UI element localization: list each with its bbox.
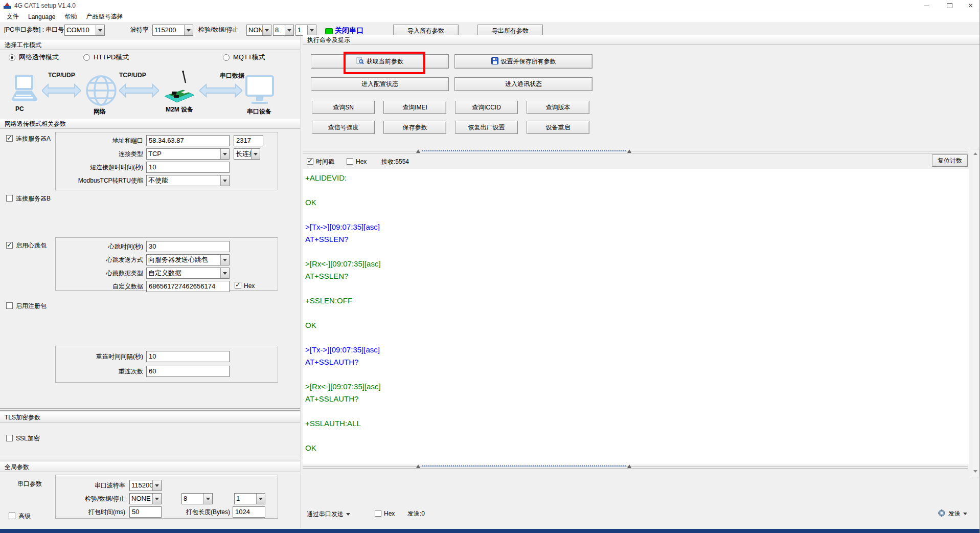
reconn-interval-input[interactable]: 10 <box>146 351 230 362</box>
command-button-1[interactable]: 查询SN <box>312 101 375 114</box>
pack-len-input[interactable]: 1024 <box>233 506 265 518</box>
radio-icon[interactable] <box>9 54 15 61</box>
menu-item-1[interactable]: 文件 <box>2 11 24 23</box>
stop-bits-select[interactable]: 1 <box>295 25 316 36</box>
chevron-down-icon[interactable] <box>152 480 161 491</box>
global-baud-select[interactable]: 115200 <box>129 480 162 491</box>
short-timeout-label: 短连接超时时间(秒) <box>61 162 143 173</box>
advanced-checkbox[interactable] <box>9 513 15 519</box>
chevron-down-icon[interactable] <box>220 149 229 159</box>
log-line <box>305 430 969 442</box>
chevron-down-icon[interactable] <box>307 25 316 35</box>
chevron-down-icon[interactable] <box>220 175 229 186</box>
sent-count-label: 发送:0 <box>407 509 425 518</box>
conn-type-select[interactable]: TCP <box>146 148 230 160</box>
command-button-2[interactable]: 查询IMEI <box>383 101 446 114</box>
global-parity-label: 检验/数据/停止 <box>64 493 125 504</box>
command-button-7[interactable]: 恢复出厂设置 <box>455 121 518 134</box>
command-button-6[interactable]: 保存参数 <box>383 121 446 134</box>
enter-comm-button[interactable]: 进入通讯状态 <box>454 77 592 91</box>
hb-hex-checkbox[interactable] <box>235 282 241 288</box>
chevron-down-icon[interactable] <box>256 494 265 504</box>
chevron-down-icon[interactable] <box>152 494 161 504</box>
recv-hex-checkbox[interactable] <box>347 158 353 165</box>
close-port-button[interactable]: 关闭串口 <box>335 26 363 35</box>
global-parity-select[interactable]: NONE <box>129 493 162 504</box>
parity-select[interactable]: NONI <box>246 25 271 36</box>
chevron-down-icon[interactable] <box>262 25 271 35</box>
data-bits-select[interactable]: 8 <box>273 25 294 36</box>
menu-item-4[interactable]: 产品型号选择 <box>81 11 127 23</box>
chevron-down-icon[interactable] <box>184 25 193 35</box>
ssl-checkbox[interactable] <box>6 435 13 441</box>
chevron-down-icon[interactable] <box>220 268 229 278</box>
com-port-select[interactable]: COM10 <box>64 25 105 36</box>
work-mode-option-3[interactable]: MQTT模式 <box>223 53 265 61</box>
chevron-down-icon[interactable] <box>251 149 260 159</box>
slider-left-thumb-icon[interactable] <box>416 149 420 153</box>
server-a-address-input[interactable]: 58.34.63.87 <box>146 135 230 146</box>
chevron-down-icon[interactable] <box>96 25 104 35</box>
window-title: 4G CAT1 setup V1.4.0 <box>14 2 76 9</box>
reset-count-button[interactable]: 复位计数 <box>932 154 968 167</box>
hb-type-select[interactable]: 自定义数据 <box>146 268 230 279</box>
global-stop-bits-select[interactable]: 1 <box>234 493 265 504</box>
advanced-label: 高级 <box>18 512 31 520</box>
send-button-label: 发送 <box>948 509 961 518</box>
send-hex-label: Hex <box>384 509 395 518</box>
send-via-serial-dropdown[interactable]: 通过串口发送 <box>307 509 350 519</box>
log-line <box>305 184 969 196</box>
heartbeat-checkbox[interactable] <box>6 242 13 249</box>
hb-custom-input[interactable]: 686561727462656174 <box>146 281 230 292</box>
slider-left-thumb-icon[interactable] <box>416 464 420 468</box>
conn-keep-select[interactable]: 长连接 <box>234 148 260 160</box>
menu-item-3[interactable]: 帮助 <box>60 11 81 23</box>
slider-track[interactable] <box>422 150 626 151</box>
pack-time-input[interactable]: 50 <box>129 506 162 518</box>
menu-item-2[interactable]: Language <box>24 12 60 22</box>
send-button[interactable]: 发送 <box>938 508 967 519</box>
chevron-down-icon[interactable] <box>285 25 293 35</box>
slider-track[interactable] <box>422 465 626 467</box>
enter-config-button[interactable]: 进入配置状态 <box>311 77 449 91</box>
reconn-count-input[interactable]: 60 <box>146 366 230 377</box>
pc-serial-label: [PC串口参数] : 串口号 <box>4 26 64 34</box>
chevron-down-icon[interactable] <box>203 494 212 504</box>
maximize-button[interactable] <box>938 0 961 11</box>
log-bottom-slider[interactable] <box>416 462 631 470</box>
timestamp-checkbox[interactable] <box>307 158 313 165</box>
doc-search-icon <box>356 57 364 66</box>
chevron-down-icon[interactable] <box>220 255 229 265</box>
scroll-up-icon[interactable] <box>972 150 978 157</box>
server-a-port-input[interactable]: 2317 <box>234 135 263 146</box>
server-a-checkbox[interactable] <box>6 135 13 142</box>
log-output[interactable]: +ALIDEVID:OK>[Tx->][09:07:35][asc]AT+SSL… <box>303 169 969 464</box>
work-mode-option-1[interactable]: 网络透传模式 <box>9 53 59 61</box>
command-button-4[interactable]: 查询版本 <box>527 101 589 114</box>
hb-time-input[interactable]: 30 <box>146 241 230 252</box>
get-params-button[interactable]: 获取当前参数 <box>311 54 449 69</box>
slider-right-thumb-icon[interactable] <box>627 149 631 153</box>
radio-icon[interactable] <box>223 54 230 61</box>
close-button[interactable]: ✕ <box>961 0 980 11</box>
short-timeout-input[interactable]: 10 <box>146 162 230 173</box>
slider-right-thumb-icon[interactable] <box>627 464 631 468</box>
command-button-8[interactable]: 设备重启 <box>527 121 589 134</box>
work-mode-option-2[interactable]: HTTPD模式 <box>83 53 129 61</box>
scroll-down-icon[interactable] <box>972 468 978 475</box>
log-scrollbar[interactable] <box>971 149 979 476</box>
global-data-bits-select[interactable]: 8 <box>181 493 213 504</box>
send-hex-checkbox[interactable] <box>375 510 381 517</box>
command-button-5[interactable]: 查信号强度 <box>312 121 375 134</box>
log-top-slider[interactable] <box>416 147 631 154</box>
section-separator <box>0 458 300 460</box>
command-button-3[interactable]: 查询ICCID <box>455 101 518 114</box>
set-save-params-button[interactable]: 设置并保存所有参数 <box>454 54 592 69</box>
register-checkbox[interactable] <box>6 302 13 309</box>
baud-select[interactable]: 115200 <box>152 25 193 36</box>
hb-mode-select[interactable]: 向服务器发送心跳包 <box>146 254 230 265</box>
radio-icon[interactable] <box>83 54 90 61</box>
server-b-checkbox[interactable] <box>6 195 13 202</box>
modbus-select[interactable]: 不使能 <box>146 175 230 186</box>
minimize-button[interactable] <box>915 0 938 11</box>
